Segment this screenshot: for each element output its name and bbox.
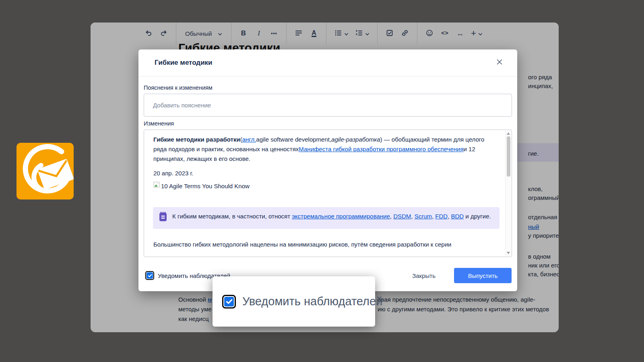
close-button[interactable] xyxy=(494,57,505,68)
magnified-notify-label: Уведомить наблюдателей xyxy=(242,295,382,308)
changes-preview[interactable]: Гибкие методики разработки(англ.agile so… xyxy=(144,130,512,257)
close-dialog-button[interactable]: Закрыть xyxy=(407,269,440,282)
preview-date: 20 апр. 2023 г. xyxy=(153,169,495,178)
comment-label: Пояснения к изменениям xyxy=(144,84,512,91)
preview-image-line: 10 Agile Terms You Should Know xyxy=(153,181,495,191)
changes-label: Изменения xyxy=(144,120,512,127)
checkbox-check-icon xyxy=(147,272,153,279)
preview-link[interactable]: DSDM xyxy=(393,213,411,220)
preview-scrollbar[interactable] xyxy=(505,130,511,256)
scrollbar-thumb[interactable] xyxy=(507,136,510,177)
dialog-title: Гибкие методики xyxy=(155,59,213,67)
preview-link[interactable]: экстремальное программирование xyxy=(292,213,390,220)
notify-watchers-checkbox[interactable] xyxy=(145,271,154,280)
close-icon xyxy=(496,59,503,67)
dialog-body: Пояснения к изменениям Изменения Гибкие … xyxy=(138,84,517,257)
preview-link[interactable]: Манифеста гибкой разработки программного… xyxy=(299,146,463,152)
broken-image-icon xyxy=(153,181,160,191)
preview-content: Гибкие методики разработки(англ.agile so… xyxy=(144,130,505,257)
magnified-notify-checkbox[interactable] xyxy=(222,295,236,309)
publish-dialog: Гибкие методики Пояснения к изменениям И… xyxy=(138,49,517,291)
comment-input[interactable] xyxy=(144,94,512,117)
publish-button[interactable]: Выпустить xyxy=(454,268,512,283)
scroll-down-arrow-icon[interactable] xyxy=(507,252,510,254)
mail-app-icon[interactable] xyxy=(17,143,74,200)
preview-link[interactable]: FDD xyxy=(435,213,448,220)
preview-link[interactable]: BDD xyxy=(451,213,464,220)
scroll-up-arrow-icon[interactable] xyxy=(507,132,510,135)
magnifier-popup: Уведомить наблюдателей xyxy=(213,276,375,327)
preview-info-panel: К гибким методикам, в частности, относят… xyxy=(153,207,500,229)
preview-link[interactable]: англ. xyxy=(242,136,256,143)
preview-link[interactable]: Scrum xyxy=(415,213,432,220)
dialog-header: Гибкие методики xyxy=(138,49,517,76)
note-icon xyxy=(159,212,167,224)
panel-text: К гибким методикам, в частности, относят… xyxy=(172,212,491,224)
preview-paragraph: Гибкие методики разработки(англ.agile so… xyxy=(153,135,495,164)
checkbox-check-icon xyxy=(224,297,234,306)
preview-clipped-line: Большинство гибких методологий нацелены … xyxy=(153,240,495,249)
image-alt-text: 10 Agile Terms You Should Know xyxy=(161,181,250,191)
